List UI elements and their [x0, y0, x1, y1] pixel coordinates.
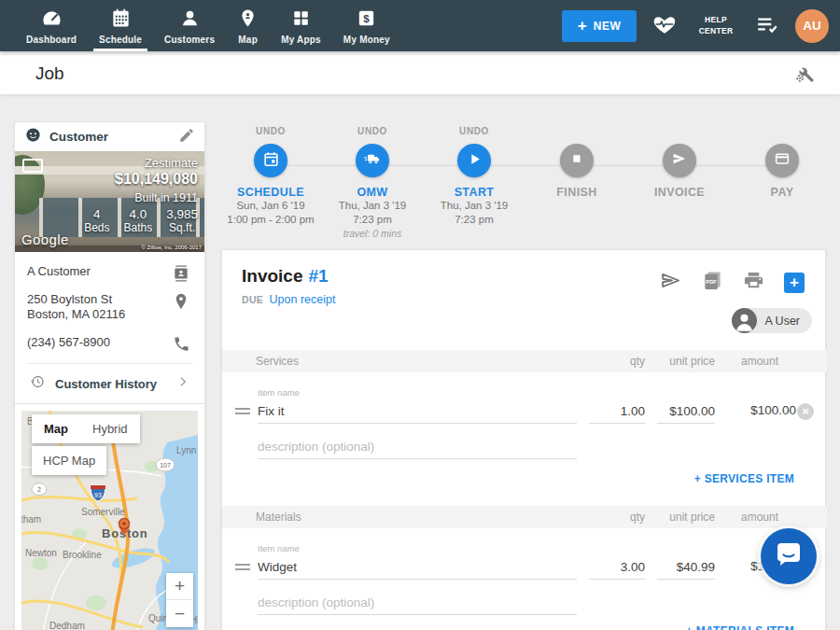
qty-column-header: qty: [630, 511, 645, 524]
page-title: Job: [35, 63, 64, 84]
hcp-map-button[interactable]: HCP Map: [32, 446, 106, 475]
customer-address-row[interactable]: 250 Boylston St Boston, MA 02116: [27, 292, 192, 322]
google-logo: Google: [21, 231, 69, 247]
list-check-icon[interactable]: [755, 12, 779, 40]
customer-details: A Customer 250 Boylston St Boston, MA 02…: [15, 252, 204, 405]
nav-item-my-apps[interactable]: My Apps: [270, 0, 332, 51]
timeline-step-pay: PAY: [726, 126, 838, 199]
nav-label: Customers: [164, 35, 215, 45]
zestimate-label: Zestimate: [145, 156, 198, 170]
nav-label: Schedule: [99, 35, 142, 45]
timeline-step-schedule: UNDO SCHEDULE Sun, Jan 6 '19 1:00 pm - 2…: [215, 126, 327, 227]
property-photo[interactable]: Zestimate $10,149,080 Built in 1911 4Bed…: [15, 151, 204, 252]
customer-history-link[interactable]: Customer History: [27, 363, 192, 405]
map-label-newton: Newton: [25, 548, 57, 558]
services-header-bar: Services qty unit price amount: [222, 350, 827, 372]
history-clock-icon: [29, 373, 46, 394]
undo-button[interactable]: UNDO: [418, 126, 530, 137]
help-center-link[interactable]: HELP CENTER: [693, 15, 739, 35]
service-item-name-input[interactable]: [258, 399, 577, 424]
invoice-step-button[interactable]: [663, 144, 696, 177]
customer-face-icon: [24, 126, 42, 147]
user-avatar[interactable]: AU: [795, 9, 829, 43]
new-button[interactable]: + NEW: [562, 10, 637, 42]
amount-column-header: amount: [741, 511, 778, 524]
apps-grid-icon: [290, 7, 312, 33]
timeline-step-start: UNDO START Thu, Jan 3 '19 7:23 pm: [418, 126, 530, 227]
svg-text:$: $: [364, 12, 371, 23]
nav-item-map[interactable]: Map: [226, 0, 270, 51]
phone-icon: [173, 335, 190, 357]
credit-card-icon: [774, 150, 791, 171]
pay-step-button[interactable]: [765, 144, 799, 177]
material-description-input[interactable]: [258, 591, 577, 615]
print-icon[interactable]: [743, 270, 764, 295]
zoom-out-button[interactable]: −: [166, 600, 193, 627]
send-invoice-icon[interactable]: [659, 269, 682, 296]
material-unit-price-input[interactable]: [657, 555, 715, 580]
zoom-in-button[interactable]: +: [166, 573, 193, 600]
money-dollar-icon: $: [356, 7, 377, 33]
service-qty-input[interactable]: [589, 399, 645, 424]
map-zoom-controls: + −: [166, 573, 193, 627]
start-step-button[interactable]: [457, 144, 491, 177]
add-invoice-item-button[interactable]: +: [784, 273, 805, 293]
map-type-map-button[interactable]: Map: [32, 414, 80, 443]
customer-card-title: Customer: [49, 130, 171, 144]
customer-card: Customer Zestimate $10,149,080 Built in …: [14, 121, 205, 406]
drag-handle-icon[interactable]: [235, 564, 250, 573]
add-services-item-link[interactable]: + SERVICES ITEM: [694, 472, 794, 485]
chat-bubble-icon: [774, 539, 804, 573]
nav-item-my-money[interactable]: $ My Money: [332, 0, 401, 51]
route-107-badge: 107: [156, 458, 175, 471]
drag-handle-icon[interactable]: [235, 408, 250, 417]
customer-card-header: Customer: [15, 122, 204, 151]
dashboard-gauge-icon: [41, 7, 63, 33]
job-settings-wrench-gear-icon[interactable]: [793, 63, 816, 89]
nav-item-customers[interactable]: Customers: [153, 0, 226, 51]
assigned-user-chip[interactable]: A User: [732, 308, 812, 333]
map-type-hybrid-button[interactable]: Hybrid: [80, 414, 140, 443]
timeline-step-finish: FINISH: [521, 126, 633, 199]
property-stats: 4Beds 4.0Baths 3,985Sq.ft.: [84, 207, 198, 235]
map-canvas[interactable]: Burlington Lynn Somerville Boston Waltha…: [21, 411, 198, 630]
item-name-label: Item name: [258, 387, 300, 398]
omw-step-button[interactable]: [356, 144, 389, 177]
invoice-toolbar: PDF +: [659, 269, 805, 296]
nav-item-dashboard[interactable]: Dashboard: [15, 0, 88, 51]
service-unit-price-input[interactable]: [657, 399, 715, 424]
material-item-name-input[interactable]: [258, 555, 577, 580]
edit-pencil-icon[interactable]: [178, 127, 195, 147]
due-terms-link[interactable]: Upon receipt: [270, 293, 336, 306]
invoice-number: #1: [308, 266, 328, 286]
zillow-attribution: © Zillow, Inc. 2006-2017: [142, 245, 202, 250]
finish-step-button[interactable]: [560, 144, 594, 177]
map-label-lynn: Lynn: [176, 445, 196, 455]
customer-phone-row[interactable]: (234) 567-8900: [27, 335, 192, 350]
customer-name-row[interactable]: A Customer: [27, 264, 192, 279]
item-name-label: Item name: [258, 543, 300, 553]
timeline-step-omw: UNDO OMW Thu, Jan 3 '19 7:23 pm travel: …: [316, 126, 428, 240]
svg-text:107: 107: [160, 462, 171, 469]
material-qty-input[interactable]: [589, 555, 645, 580]
undo-button[interactable]: UNDO: [316, 126, 428, 137]
heart-pulse-icon[interactable]: [652, 12, 677, 40]
plus-icon: +: [578, 18, 587, 34]
service-amount: $100.00: [750, 403, 796, 417]
contact-card-icon: [172, 264, 190, 287]
unit-price-column-header: unit price: [669, 355, 715, 368]
calendar-icon: [262, 150, 280, 172]
schedule-step-button[interactable]: [254, 144, 287, 177]
zestimate-value: $10,149,080: [115, 171, 198, 188]
nav-item-schedule[interactable]: Schedule: [88, 0, 153, 51]
nav-tabs: Dashboard Schedule Customers Map My Apps: [0, 0, 401, 51]
page-header: Job: [0, 51, 840, 95]
add-materials-item-link[interactable]: + MATERIALS ITEM: [686, 624, 794, 630]
user-avatar-icon: [732, 308, 757, 333]
undo-button[interactable]: UNDO: [215, 126, 327, 137]
service-description-input[interactable]: [258, 435, 577, 459]
chat-support-button[interactable]: [761, 528, 817, 584]
map-card: Burlington Lynn Somerville Boston Waltha…: [14, 403, 205, 630]
pdf-icon[interactable]: PDF: [702, 270, 723, 295]
delete-item-button[interactable]: ×: [797, 403, 814, 420]
